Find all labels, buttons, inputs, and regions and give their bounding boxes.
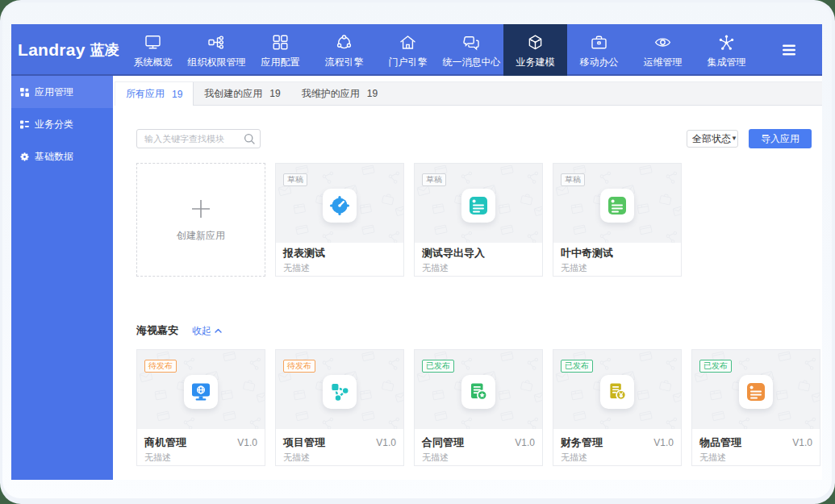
app-card-cover: 草稿 [415,164,542,243]
create-new-app-card[interactable]: 创建新应用 [136,163,265,277]
nav-item-mobile-office[interactable]: 移动办公 [567,24,631,76]
nav-item-label: 应用配置 [261,57,300,67]
sidebar-item-app-management[interactable]: 应用管理 [11,76,113,108]
tab-bar: 所有应用 19 我创建的应用 19 我维护的应用 19 [115,81,822,106]
group-header: 海视嘉安 收起 [136,323,822,338]
app-description: 无描述 [422,261,535,274]
nav-item-label: 运维管理 [644,57,683,67]
apps-icon [20,88,29,97]
status-badge: 草稿 [422,173,446,186]
sidebar-item-label: 业务分类 [35,118,73,131]
app-icon-tile [600,375,634,409]
monitor-icon [144,33,162,52]
app-card-cover: 草稿 [553,164,681,243]
app-card-info: 合同管理 V1.0 无描述 [415,429,542,464]
main-content: 所有应用 19 我创建的应用 19 我维护的应用 19 [113,76,822,480]
app-card[interactable]: 待发布 商机管理 V1.0 无描述 [136,349,265,466]
nav-item-label: 系统概览 [134,57,173,67]
app-name: 财务管理 [561,435,603,449]
app-card-grid: 创建新应用 草稿 报表测试 无描述 [136,163,822,277]
doc-coin-icon [607,381,628,402]
app-version: V1.0 [792,437,812,448]
nav-item-system-overview[interactable]: 系统概览 [121,24,185,76]
nav-item-integration[interactable]: 集成管理 [695,24,758,76]
nav-item-message-center[interactable]: 统一消息中心 [440,24,503,76]
status-badge: 草稿 [283,173,307,186]
tab-count: 19 [367,88,378,99]
status-badge: 已发布 [561,360,593,373]
nav-item-flow-engine[interactable]: 流程引擎 [312,24,376,76]
nav-item-label: 集成管理 [708,57,746,67]
app-description: 无描述 [283,261,396,274]
toolbar-right: 全部状态 ▼ 导入应用 [687,129,812,148]
app-name: 项目管理 [283,435,325,449]
app-name: 商机管理 [144,435,186,449]
category-list-icon [20,120,29,129]
plus-icon [190,198,212,220]
tab-count: 19 [269,88,280,99]
app-card-info: 商机管理 V1.0 无描述 [137,429,265,464]
app-card[interactable]: 草稿 叶中奇测试 无描述 [553,163,682,277]
app-card-info: 叶中奇测试 无描述 [553,243,681,274]
import-app-button[interactable]: 导入应用 [749,129,812,148]
app-name: 合同管理 [422,435,464,449]
sidebar-item-label: 基础数据 [35,150,73,164]
tab-all-apps[interactable]: 所有应用 19 [115,82,194,106]
app-card[interactable]: 草稿 测试导出导入 无描述 [414,163,543,277]
nav-item-org-permissions[interactable]: 组织权限管理 [185,24,248,76]
collapse-label: 收起 [192,324,211,338]
nav-item-app-config[interactable]: 应用配置 [248,24,312,76]
search-icon [244,133,255,144]
app-description: 无描述 [561,261,674,274]
hamburger-menu-button[interactable] [782,44,796,56]
app-grid-icon [271,33,290,52]
note-icon [745,381,766,402]
nav-item-ops-management[interactable]: 运维管理 [631,24,695,76]
sidebar-item-business-category[interactable]: 业务分类 [11,108,113,140]
app-card-info: 项目管理 V1.0 无描述 [276,429,403,464]
hamburger-icon [782,44,796,56]
app-frame: Landray 蓝凌 系统概览 组织权限管理 [11,24,822,480]
nav-item-business-modeling[interactable]: 业务建模 [503,24,567,76]
app-version: V1.0 [376,437,396,448]
app-card-cover: 已发布 [692,350,820,429]
app-version: V1.0 [515,437,535,448]
app-description: 无描述 [144,451,257,464]
cube-icon [526,33,545,52]
app-card[interactable]: 已发布 物品管理 V1.0 无描述 [691,349,820,466]
tab-my-maintained-apps[interactable]: 我维护的应用 19 [291,82,388,105]
sidebar-item-label: 应用管理 [35,85,73,99]
briefcase-icon [590,33,608,52]
network-icon [717,33,736,52]
collapse-link[interactable]: 收起 [192,324,222,338]
note-icon [607,195,628,216]
app-window: Landray 蓝凌 系统概览 组织权限管理 [2,2,832,498]
app-icon-tile [461,189,495,223]
app-card-info: 财务管理 V1.0 无描述 [553,429,681,464]
tab-my-created-apps[interactable]: 我创建的应用 19 [194,82,290,105]
app-description: 无描述 [283,451,396,464]
sidebar-item-base-data[interactable]: 基础数据 [11,140,113,173]
app-card[interactable]: 已发布 合同管理 V1.0 无描述 [414,349,543,466]
app-card[interactable]: 已发布 财务管理 V1.0 无描述 [553,349,682,466]
doc-star-icon [468,381,489,402]
search-input[interactable] [136,129,261,148]
app-card-cover: 草稿 [276,164,403,243]
gear-icon [20,152,29,161]
app-card[interactable]: 待发布 项目管理 V1.0 无描述 [275,349,404,466]
status-filter-select[interactable]: 全部状态 ▼ [687,130,738,148]
nav-item-label: 统一消息中心 [443,57,501,67]
app-name: 叶中奇测试 [561,246,613,260]
app-icon-tile [323,189,357,223]
status-badge: 草稿 [561,173,585,186]
group-title: 海视嘉安 [136,323,178,338]
nav-item-portal-engine[interactable]: 门户引擎 [376,24,440,76]
app-icon-tile [323,375,357,409]
status-filter-value: 全部状态 [692,132,731,146]
top-header: Landray 蓝凌 系统概览 组织权限管理 [11,24,822,76]
app-card[interactable]: 草稿 报表测试 无描述 [275,163,404,277]
nav-item-label: 门户引擎 [389,57,428,67]
app-card-info: 报表测试 无描述 [276,243,403,274]
nav-item-label: 流程引擎 [325,57,364,67]
app-icon-tile [600,189,634,223]
